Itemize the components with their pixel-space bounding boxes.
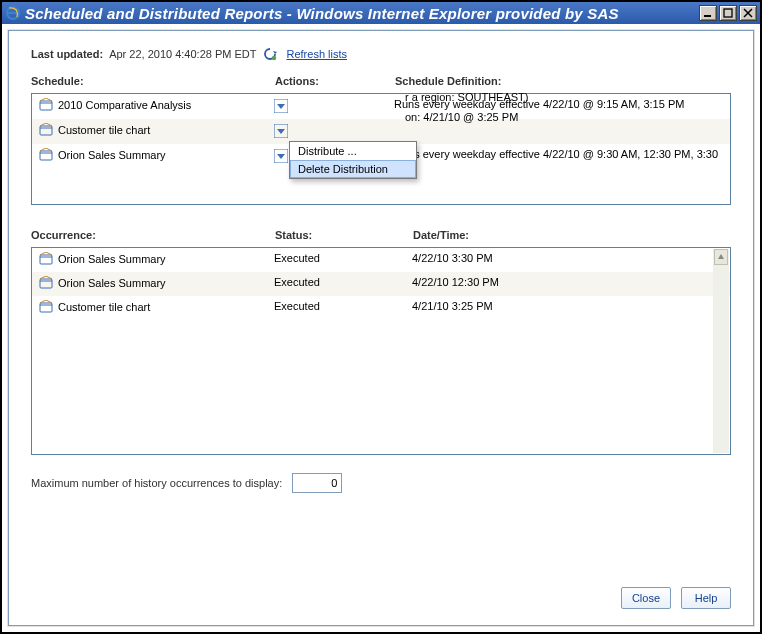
occurrence-status: Executed — [274, 300, 412, 312]
refresh-lists-link[interactable]: Refresh lists — [287, 48, 348, 60]
schedule-definition: Runs every weekday effective 4/22/10 @ 9… — [394, 148, 724, 172]
occurrence-status: Executed — [274, 252, 412, 264]
svg-rect-2 — [724, 9, 732, 17]
svg-rect-14 — [40, 255, 52, 264]
svg-rect-16 — [40, 303, 52, 312]
occurrence-datetime: 4/22/10 12:30 PM — [412, 276, 724, 288]
action-dropdown-icon[interactable] — [274, 99, 288, 113]
svg-rect-11 — [40, 151, 52, 160]
occurrence-name[interactable]: Customer tile chart — [58, 301, 150, 313]
svg-rect-8 — [40, 126, 52, 135]
close-button[interactable]: Close — [621, 587, 671, 609]
svg-marker-13 — [277, 154, 285, 159]
svg-point-4 — [271, 56, 275, 60]
occurrence-table: Orion Sales Summary Executed 4/22/10 3:3… — [31, 247, 731, 455]
minimize-button[interactable] — [699, 5, 717, 21]
svg-marker-3 — [273, 51, 277, 54]
occurrence-datetime: 4/22/10 3:30 PM — [412, 252, 724, 264]
occurrence-header: Occurrence: — [31, 229, 275, 241]
menu-item-distribute[interactable]: Distribute ... — [290, 142, 416, 160]
maximize-button[interactable] — [719, 5, 737, 21]
action-dropdown-icon[interactable] — [274, 124, 288, 138]
actions-header: Actions: — [275, 75, 395, 87]
svg-marker-7 — [277, 104, 285, 109]
refresh-icon[interactable] — [263, 47, 277, 61]
svg-marker-17 — [718, 254, 724, 259]
definition-header: Schedule Definition: — [395, 75, 731, 87]
occurrence-name[interactable]: Orion Sales Summary — [58, 277, 166, 289]
svg-rect-5 — [40, 101, 52, 110]
window-title: Scheduled and Distributed Reports - Wind… — [25, 5, 699, 22]
schedule-name[interactable]: Customer tile chart — [58, 124, 150, 136]
datetime-header: Date/Time: — [413, 229, 731, 241]
close-window-button[interactable] — [739, 5, 757, 21]
report-icon — [38, 148, 54, 162]
action-context-menu: Distribute ... Delete Distribution — [289, 141, 417, 179]
schedule-definition: Runs every weekday effective 4/22/10 @ 9… — [394, 98, 724, 110]
scrollbar[interactable] — [713, 249, 729, 453]
title-bar: Scheduled and Distributed Reports - Wind… — [2, 2, 760, 24]
dialog-panel: Last updated: Apr 22, 2010 4:40:28 PM ED… — [8, 30, 754, 626]
max-history-label: Maximum number of history occurrences to… — [31, 477, 282, 489]
report-icon — [38, 252, 54, 266]
report-icon — [38, 276, 54, 290]
occurrence-datetime: 4/21/10 3:25 PM — [412, 300, 724, 312]
report-icon — [38, 300, 54, 314]
action-dropdown-icon[interactable] — [274, 149, 288, 163]
ie-logo-icon — [5, 5, 21, 21]
report-icon — [38, 98, 54, 112]
svg-marker-10 — [277, 129, 285, 134]
help-button[interactable]: Help — [681, 587, 731, 609]
schedule-header: Schedule: — [31, 75, 275, 87]
last-updated-label: Last updated: — [31, 48, 103, 60]
menu-item-delete-distribution[interactable]: Delete Distribution — [290, 160, 416, 178]
schedule-name[interactable]: 2010 Comparative Analysis — [58, 99, 191, 111]
report-icon — [38, 123, 54, 137]
last-updated-value: Apr 22, 2010 4:40:28 PM EDT — [109, 48, 256, 60]
occurrence-status: Executed — [274, 276, 412, 288]
status-header: Status: — [275, 229, 413, 241]
scroll-up-icon[interactable] — [714, 249, 728, 265]
svg-rect-1 — [704, 15, 711, 17]
occurrence-name[interactable]: Orion Sales Summary — [58, 253, 166, 265]
schedule-name[interactable]: Orion Sales Summary — [58, 149, 166, 161]
svg-rect-15 — [40, 279, 52, 288]
max-history-input[interactable] — [292, 473, 342, 493]
